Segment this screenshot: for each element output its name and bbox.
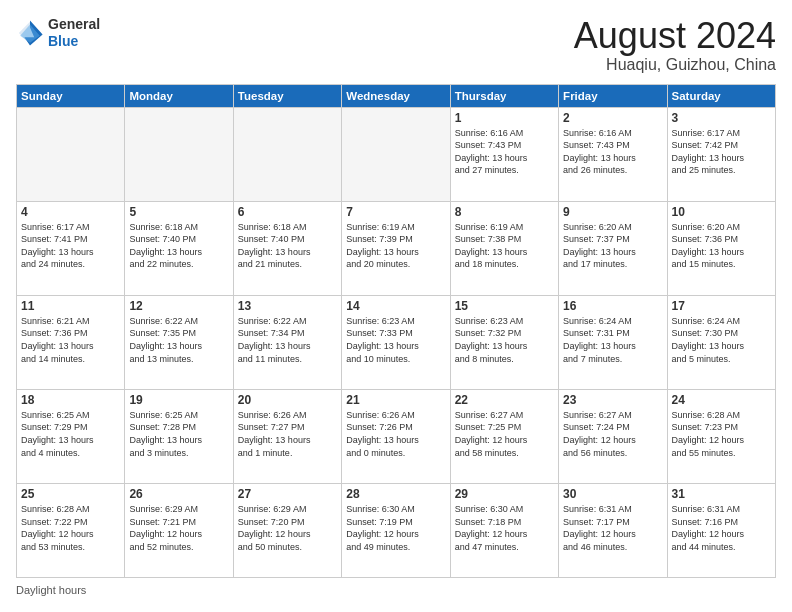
day-number: 25 (21, 487, 120, 501)
day-info: Sunrise: 6:18 AM Sunset: 7:40 PM Dayligh… (238, 221, 337, 271)
calendar-cell: 29Sunrise: 6:30 AM Sunset: 7:18 PM Dayli… (450, 483, 558, 577)
day-number: 31 (672, 487, 771, 501)
day-info: Sunrise: 6:24 AM Sunset: 7:30 PM Dayligh… (672, 315, 771, 365)
title-block: August 2024 Huaqiu, Guizhou, China (574, 16, 776, 74)
day-info: Sunrise: 6:25 AM Sunset: 7:29 PM Dayligh… (21, 409, 120, 459)
calendar-cell: 26Sunrise: 6:29 AM Sunset: 7:21 PM Dayli… (125, 483, 233, 577)
day-info: Sunrise: 6:28 AM Sunset: 7:23 PM Dayligh… (672, 409, 771, 459)
calendar-header-thursday: Thursday (450, 84, 558, 107)
calendar-cell: 3Sunrise: 6:17 AM Sunset: 7:42 PM Daylig… (667, 107, 775, 201)
day-info: Sunrise: 6:23 AM Sunset: 7:32 PM Dayligh… (455, 315, 554, 365)
calendar: SundayMondayTuesdayWednesdayThursdayFrid… (16, 84, 776, 578)
calendar-cell: 24Sunrise: 6:28 AM Sunset: 7:23 PM Dayli… (667, 389, 775, 483)
day-number: 4 (21, 205, 120, 219)
calendar-header-wednesday: Wednesday (342, 84, 450, 107)
calendar-cell: 2Sunrise: 6:16 AM Sunset: 7:43 PM Daylig… (559, 107, 667, 201)
calendar-cell: 16Sunrise: 6:24 AM Sunset: 7:31 PM Dayli… (559, 295, 667, 389)
calendar-cell: 10Sunrise: 6:20 AM Sunset: 7:36 PM Dayli… (667, 201, 775, 295)
day-number: 2 (563, 111, 662, 125)
calendar-header-monday: Monday (125, 84, 233, 107)
day-info: Sunrise: 6:21 AM Sunset: 7:36 PM Dayligh… (21, 315, 120, 365)
day-info: Sunrise: 6:27 AM Sunset: 7:24 PM Dayligh… (563, 409, 662, 459)
day-info: Sunrise: 6:31 AM Sunset: 7:17 PM Dayligh… (563, 503, 662, 553)
header: General Blue August 2024 Huaqiu, Guizhou… (16, 16, 776, 74)
day-number: 24 (672, 393, 771, 407)
footer: Daylight hours (16, 584, 776, 596)
day-info: Sunrise: 6:17 AM Sunset: 7:41 PM Dayligh… (21, 221, 120, 271)
calendar-cell: 19Sunrise: 6:25 AM Sunset: 7:28 PM Dayli… (125, 389, 233, 483)
calendar-cell: 22Sunrise: 6:27 AM Sunset: 7:25 PM Dayli… (450, 389, 558, 483)
day-number: 17 (672, 299, 771, 313)
day-number: 28 (346, 487, 445, 501)
calendar-cell: 7Sunrise: 6:19 AM Sunset: 7:39 PM Daylig… (342, 201, 450, 295)
day-number: 29 (455, 487, 554, 501)
day-number: 19 (129, 393, 228, 407)
calendar-cell (233, 107, 341, 201)
day-info: Sunrise: 6:16 AM Sunset: 7:43 PM Dayligh… (455, 127, 554, 177)
day-number: 23 (563, 393, 662, 407)
day-info: Sunrise: 6:25 AM Sunset: 7:28 PM Dayligh… (129, 409, 228, 459)
svg-marker-2 (20, 24, 40, 42)
day-number: 15 (455, 299, 554, 313)
day-info: Sunrise: 6:16 AM Sunset: 7:43 PM Dayligh… (563, 127, 662, 177)
day-number: 21 (346, 393, 445, 407)
calendar-cell: 25Sunrise: 6:28 AM Sunset: 7:22 PM Dayli… (17, 483, 125, 577)
day-number: 22 (455, 393, 554, 407)
calendar-week-4: 18Sunrise: 6:25 AM Sunset: 7:29 PM Dayli… (17, 389, 776, 483)
day-number: 10 (672, 205, 771, 219)
calendar-cell: 6Sunrise: 6:18 AM Sunset: 7:40 PM Daylig… (233, 201, 341, 295)
calendar-week-1: 1Sunrise: 6:16 AM Sunset: 7:43 PM Daylig… (17, 107, 776, 201)
day-number: 11 (21, 299, 120, 313)
day-number: 8 (455, 205, 554, 219)
day-info: Sunrise: 6:19 AM Sunset: 7:39 PM Dayligh… (346, 221, 445, 271)
day-info: Sunrise: 6:26 AM Sunset: 7:26 PM Dayligh… (346, 409, 445, 459)
calendar-cell: 11Sunrise: 6:21 AM Sunset: 7:36 PM Dayli… (17, 295, 125, 389)
page-title: August 2024 (574, 16, 776, 56)
calendar-header-sunday: Sunday (17, 84, 125, 107)
calendar-cell: 20Sunrise: 6:26 AM Sunset: 7:27 PM Dayli… (233, 389, 341, 483)
calendar-cell: 4Sunrise: 6:17 AM Sunset: 7:41 PM Daylig… (17, 201, 125, 295)
calendar-week-3: 11Sunrise: 6:21 AM Sunset: 7:36 PM Dayli… (17, 295, 776, 389)
calendar-cell (342, 107, 450, 201)
day-info: Sunrise: 6:22 AM Sunset: 7:34 PM Dayligh… (238, 315, 337, 365)
day-number: 12 (129, 299, 228, 313)
day-number: 6 (238, 205, 337, 219)
day-number: 7 (346, 205, 445, 219)
day-number: 27 (238, 487, 337, 501)
day-info: Sunrise: 6:18 AM Sunset: 7:40 PM Dayligh… (129, 221, 228, 271)
day-info: Sunrise: 6:17 AM Sunset: 7:42 PM Dayligh… (672, 127, 771, 177)
calendar-cell: 28Sunrise: 6:30 AM Sunset: 7:19 PM Dayli… (342, 483, 450, 577)
day-info: Sunrise: 6:19 AM Sunset: 7:38 PM Dayligh… (455, 221, 554, 271)
footer-label: Daylight hours (16, 584, 86, 596)
calendar-header-tuesday: Tuesday (233, 84, 341, 107)
calendar-cell (17, 107, 125, 201)
calendar-cell: 21Sunrise: 6:26 AM Sunset: 7:26 PM Dayli… (342, 389, 450, 483)
logo-icon (16, 19, 44, 47)
logo: General Blue (16, 16, 100, 50)
day-info: Sunrise: 6:22 AM Sunset: 7:35 PM Dayligh… (129, 315, 228, 365)
day-info: Sunrise: 6:30 AM Sunset: 7:18 PM Dayligh… (455, 503, 554, 553)
calendar-cell: 8Sunrise: 6:19 AM Sunset: 7:38 PM Daylig… (450, 201, 558, 295)
calendar-cell: 18Sunrise: 6:25 AM Sunset: 7:29 PM Dayli… (17, 389, 125, 483)
day-number: 30 (563, 487, 662, 501)
calendar-cell (125, 107, 233, 201)
calendar-cell: 30Sunrise: 6:31 AM Sunset: 7:17 PM Dayli… (559, 483, 667, 577)
day-info: Sunrise: 6:28 AM Sunset: 7:22 PM Dayligh… (21, 503, 120, 553)
day-info: Sunrise: 6:23 AM Sunset: 7:33 PM Dayligh… (346, 315, 445, 365)
day-info: Sunrise: 6:26 AM Sunset: 7:27 PM Dayligh… (238, 409, 337, 459)
day-number: 5 (129, 205, 228, 219)
page: General Blue August 2024 Huaqiu, Guizhou… (0, 0, 792, 612)
day-info: Sunrise: 6:30 AM Sunset: 7:19 PM Dayligh… (346, 503, 445, 553)
day-info: Sunrise: 6:20 AM Sunset: 7:37 PM Dayligh… (563, 221, 662, 271)
calendar-cell: 13Sunrise: 6:22 AM Sunset: 7:34 PM Dayli… (233, 295, 341, 389)
calendar-week-2: 4Sunrise: 6:17 AM Sunset: 7:41 PM Daylig… (17, 201, 776, 295)
calendar-cell: 15Sunrise: 6:23 AM Sunset: 7:32 PM Dayli… (450, 295, 558, 389)
day-info: Sunrise: 6:27 AM Sunset: 7:25 PM Dayligh… (455, 409, 554, 459)
calendar-header-saturday: Saturday (667, 84, 775, 107)
day-number: 1 (455, 111, 554, 125)
day-number: 3 (672, 111, 771, 125)
calendar-cell: 17Sunrise: 6:24 AM Sunset: 7:30 PM Dayli… (667, 295, 775, 389)
day-number: 16 (563, 299, 662, 313)
calendar-cell: 5Sunrise: 6:18 AM Sunset: 7:40 PM Daylig… (125, 201, 233, 295)
day-number: 13 (238, 299, 337, 313)
